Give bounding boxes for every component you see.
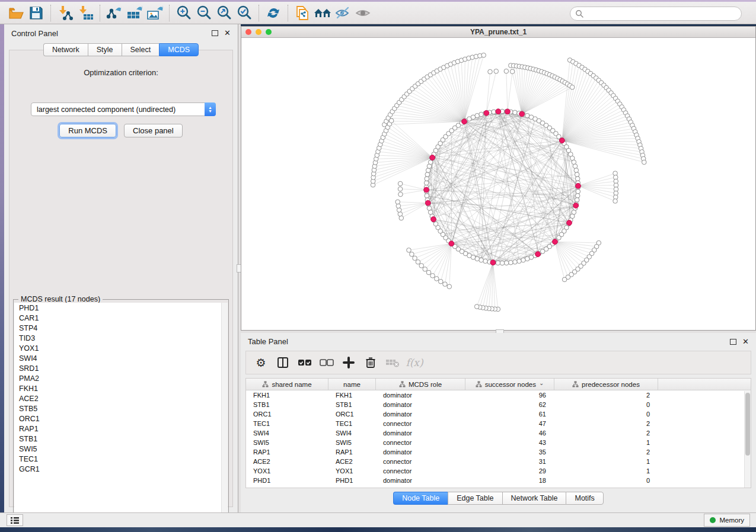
tab-select[interactable]: Select xyxy=(122,43,160,56)
cell-shared_name[interactable]: TEC1 xyxy=(246,420,328,427)
tab-network-table[interactable]: Network Table xyxy=(502,492,566,505)
cell-successors[interactable]: 96 xyxy=(465,392,554,399)
cell-successors[interactable]: 29 xyxy=(465,467,554,475)
float-window-icon[interactable] xyxy=(730,339,736,345)
cell-successors[interactable]: 18 xyxy=(465,477,554,484)
cell-role[interactable]: connector xyxy=(376,467,465,475)
dominator-node[interactable] xyxy=(449,241,454,246)
run-mcds-button[interactable]: Run MCDS xyxy=(59,124,116,137)
dominator-node[interactable] xyxy=(425,200,430,206)
unselect-all-columns-button[interactable] xyxy=(318,354,336,371)
cell-predecessors[interactable]: 1 xyxy=(554,458,658,465)
cell-name[interactable]: ORC1 xyxy=(328,411,376,418)
cell-name[interactable]: SWI4 xyxy=(328,430,376,437)
export-network-button[interactable] xyxy=(104,4,125,23)
cell-predecessors[interactable]: 1 xyxy=(554,439,658,446)
criterion-dropdown[interactable]: largest connected component (undirected)… xyxy=(31,102,216,116)
column-header-successor-nodes[interactable]: successor nodes⌄ xyxy=(465,379,554,390)
column-header-predecessor-nodes[interactable]: predecessor nodes xyxy=(554,379,658,390)
cell-role[interactable]: connector xyxy=(376,439,465,446)
cell-predecessors[interactable]: 2 xyxy=(554,448,658,456)
mcds-result-item[interactable]: ORC1 xyxy=(14,414,228,424)
cell-name[interactable]: TEC1 xyxy=(328,420,376,427)
cell-predecessors[interactable]: 0 xyxy=(554,477,658,484)
table-row[interactable]: TEC1TEC1connector472 xyxy=(246,419,751,428)
show-panels-menu-button[interactable] xyxy=(7,514,23,526)
table-scrollbar[interactable] xyxy=(744,391,751,488)
dominator-node[interactable] xyxy=(567,220,572,226)
search-input[interactable] xyxy=(586,9,736,18)
cell-name[interactable]: YOX1 xyxy=(328,467,376,475)
cell-name[interactable]: FKH1 xyxy=(328,392,376,399)
show-all-button[interactable] xyxy=(353,4,373,23)
create-column-button[interactable] xyxy=(340,354,358,371)
table-row[interactable]: STB1STB1dominator620 xyxy=(246,400,751,409)
mcds-result-item[interactable]: PMA2 xyxy=(14,373,228,383)
import-table-button[interactable] xyxy=(75,4,95,23)
dominator-node[interactable] xyxy=(490,260,496,265)
table-row[interactable]: ACE2ACE2connector311 xyxy=(246,457,751,466)
column-header-name[interactable]: name xyxy=(328,379,376,390)
apply-layout-button[interactable] xyxy=(263,4,283,23)
table-row[interactable]: SWI4SWI4dominator462 xyxy=(246,428,751,438)
zoom-selected-button[interactable] xyxy=(234,4,254,23)
dominator-node[interactable] xyxy=(535,252,541,257)
cell-shared_name[interactable]: ORC1 xyxy=(246,411,328,418)
column-header-shared-name[interactable]: shared name xyxy=(246,379,328,390)
close-panel-button[interactable]: Close panel xyxy=(124,124,183,137)
cell-shared_name[interactable]: YOX1 xyxy=(246,467,328,475)
close-panel-icon[interactable]: ✕ xyxy=(224,30,231,36)
cell-role[interactable]: connector xyxy=(376,420,465,427)
delete-table-button-disabled[interactable] xyxy=(384,354,401,371)
select-all-columns-button[interactable] xyxy=(296,354,314,371)
mcds-result-item[interactable]: STB5 xyxy=(14,403,228,414)
mcds-result-item[interactable]: FKH1 xyxy=(14,383,228,393)
cell-shared_name[interactable]: SWI4 xyxy=(246,430,328,437)
zoom-fit-button[interactable] xyxy=(214,4,234,23)
mcds-result-item[interactable]: ACE2 xyxy=(14,393,228,403)
mcds-result-item[interactable]: SWI4 xyxy=(14,353,228,363)
cell-role[interactable]: dominator xyxy=(376,430,465,437)
cell-shared_name[interactable]: ACE2 xyxy=(246,458,328,465)
dominator-node[interactable] xyxy=(576,183,581,188)
open-file-button[interactable] xyxy=(6,4,26,23)
cell-role[interactable]: connector xyxy=(376,458,465,465)
cell-name[interactable]: PHD1 xyxy=(328,477,376,484)
clone-network-button[interactable] xyxy=(292,4,312,23)
export-image-button[interactable] xyxy=(145,4,165,23)
cell-shared_name[interactable]: RAP1 xyxy=(246,448,328,456)
function-builder-button-disabled[interactable]: f(x) xyxy=(406,354,423,371)
dominator-node[interactable] xyxy=(431,217,436,222)
cell-successors[interactable]: 46 xyxy=(465,430,554,437)
cell-predecessors[interactable]: 1 xyxy=(554,467,658,475)
cell-successors[interactable]: 43 xyxy=(465,439,554,446)
memory-button[interactable]: Memory xyxy=(704,514,750,527)
dominator-node[interactable] xyxy=(519,111,525,117)
dominator-node[interactable] xyxy=(430,155,435,161)
cell-predecessors[interactable]: 0 xyxy=(554,411,658,418)
cell-successors[interactable]: 35 xyxy=(465,448,554,456)
save-session-button[interactable] xyxy=(26,4,46,23)
import-network-button[interactable] xyxy=(55,4,75,23)
tab-edge-table[interactable]: Edge Table xyxy=(448,492,502,505)
cell-shared_name[interactable]: SWI5 xyxy=(246,439,328,446)
cell-name[interactable]: SWI5 xyxy=(328,439,376,446)
mcds-result-item[interactable]: CAR1 xyxy=(14,313,228,323)
dominator-node[interactable] xyxy=(553,239,558,245)
cell-predecessors[interactable]: 2 xyxy=(554,430,658,437)
cell-predecessors[interactable]: 2 xyxy=(554,392,658,399)
mcds-result-item[interactable]: TID3 xyxy=(14,333,228,343)
tab-mcds[interactable]: MCDS xyxy=(159,43,199,56)
cell-predecessors[interactable]: 0 xyxy=(554,401,658,408)
cell-role[interactable]: dominator xyxy=(376,401,465,408)
mcds-result-item[interactable]: PHD1 xyxy=(14,303,228,313)
first-neighbors-button[interactable] xyxy=(312,4,333,23)
cell-successors[interactable]: 62 xyxy=(465,401,554,408)
mcds-result-item[interactable]: SRD1 xyxy=(14,363,228,373)
network-graph[interactable] xyxy=(241,38,755,330)
mcds-result-item[interactable]: RAP1 xyxy=(14,424,228,434)
close-panel-icon[interactable]: ✕ xyxy=(742,339,749,345)
mcds-result-item[interactable]: YOX1 xyxy=(14,343,228,353)
cell-name[interactable]: ACE2 xyxy=(328,458,376,465)
scrollbar-thumb[interactable] xyxy=(745,393,750,456)
